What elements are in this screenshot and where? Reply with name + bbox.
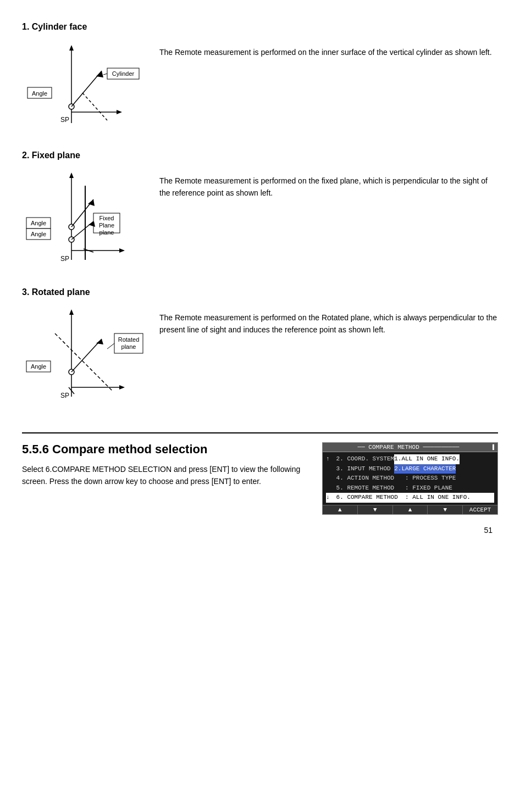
- section-1-content: SP Angle Cylinder The Remote measurement…: [22, 41, 498, 134]
- screen-row-4: 5. REMOTE METHOD : FIXED PLANE: [326, 483, 494, 493]
- footer-btn-down2[interactable]: ▼: [428, 505, 463, 514]
- svg-line-43: [71, 339, 102, 372]
- svg-line-13: [103, 74, 107, 75]
- svg-marker-33: [88, 221, 95, 227]
- screen-row-2-space: [326, 464, 333, 474]
- svg-text:Angle: Angle: [31, 220, 46, 226]
- screen-row-2-highlight: 2.LARGE CHARACTER: [394, 464, 456, 474]
- svg-text:Rotated: Rotated: [118, 336, 140, 343]
- compare-method-title: 5.5.6 Compare method selection: [22, 442, 306, 457]
- screen-row-2-text: 3. INPUT METHOD: [333, 464, 394, 474]
- screen-row-3: 4. ACTION METHOD : PROCESS TYPE: [326, 474, 494, 483]
- footer-btn-up2[interactable]: ▲: [393, 505, 428, 514]
- screen-row-1-arrow: ↑: [326, 454, 333, 464]
- svg-text:Cylinder: Cylinder: [112, 70, 135, 77]
- svg-marker-3: [117, 110, 122, 114]
- screen-header-line-left: ── COMPARE METHOD ──────────: [326, 444, 491, 451]
- section-3-description: The Remote measurement is performed on t…: [159, 306, 498, 336]
- section-2-title: 2. Fixed plane: [22, 151, 498, 160]
- section-1: 1. Cylinder face SP Angle: [22, 22, 498, 134]
- section-2-content: SP Fixed Plane plane Angle Angle: [22, 169, 498, 271]
- cylinder-svg: SP Angle Cylinder: [22, 41, 143, 134]
- screen-row-1-text: 2. COORD. SYSTEM: [333, 454, 394, 464]
- screen-battery-icon: ▐: [491, 444, 494, 451]
- screen-footer: ▲ ▼ ▲ ▼ ACCEPT: [323, 505, 497, 514]
- svg-text:SP: SP: [60, 255, 69, 263]
- section-2-description: The Remote measurement is performed on t…: [159, 169, 498, 199]
- fixed-plane-svg: SP Fixed Plane plane Angle Angle: [22, 169, 148, 271]
- screen-row-1: ↑ 2. COORD. SYSTEM1.ALL IN ONE INFO.: [326, 454, 494, 464]
- rotated-plane-diagram: SP Angle Rotated plane: [22, 306, 143, 410]
- page-number: 51: [22, 526, 498, 535]
- section-2: 2. Fixed plane SP Fixed Plane plane: [22, 151, 498, 271]
- bottom-section: 5.5.6 Compare method selection Select 6.…: [22, 432, 498, 515]
- cylinder-diagram: SP Angle Cylinder: [22, 41, 143, 134]
- screen-row-4-text: 5. REMOTE METHOD : FIXED PLANE: [333, 483, 452, 493]
- screen-row-5-text: 6. COMPARE METHOD : ALL IN ONE INFO.: [333, 493, 471, 503]
- screen-row-5-arrow: ↓: [326, 493, 333, 503]
- svg-line-45: [55, 333, 113, 391]
- screen-row-1-highlight: 1.ALL IN ONE INFO.: [394, 454, 460, 464]
- svg-text:Angle: Angle: [31, 231, 46, 237]
- footer-btn-down[interactable]: ▼: [358, 505, 393, 514]
- rotated-plane-svg: SP Angle Rotated plane: [22, 306, 148, 410]
- svg-text:SP: SP: [60, 116, 69, 124]
- svg-marker-15: [69, 173, 74, 178]
- footer-btn-accept[interactable]: ACCEPT: [463, 505, 497, 514]
- svg-marker-1: [69, 45, 74, 51]
- compare-method-description: Select 6.COMPARE METHOD SELECTION and pr…: [22, 463, 306, 488]
- svg-text:Plane: Plane: [99, 222, 114, 229]
- screen-row-4-space: [326, 483, 333, 493]
- footer-btn-up[interactable]: ▲: [323, 505, 358, 514]
- svg-line-10: [82, 93, 107, 120]
- bottom-text-area: 5.5.6 Compare method selection Select 6.…: [22, 442, 306, 488]
- section-1-title: 1. Cylinder face: [22, 22, 498, 32]
- svg-marker-17: [119, 248, 125, 253]
- screen-row-3-space: [326, 474, 333, 483]
- screen-row-3-text: 4. ACTION METHOD : PROCESS TYPE: [333, 474, 456, 483]
- section-3-title: 3. Rotated plane: [22, 287, 498, 297]
- bottom-section-content: 5.5.6 Compare method selection Select 6.…: [22, 442, 498, 515]
- svg-marker-38: [119, 385, 125, 390]
- svg-marker-36: [69, 309, 74, 315]
- compare-method-screen: ── COMPARE METHOD ────────── ▐ ↑ 2. COOR…: [322, 442, 498, 515]
- svg-text:Fixed: Fixed: [99, 215, 114, 221]
- svg-text:Angle: Angle: [32, 90, 47, 97]
- svg-line-49: [107, 343, 114, 349]
- screen-header: ── COMPARE METHOD ────────── ▐: [323, 443, 497, 452]
- svg-text:plane: plane: [121, 343, 136, 350]
- section-3: 3. Rotated plane SP Angle: [22, 287, 498, 410]
- svg-text:Angle: Angle: [31, 363, 46, 370]
- screen-row-2: 3. INPUT METHOD 2.LARGE CHARACTER: [326, 464, 494, 474]
- screen-row-5: ↓ 6. COMPARE METHOD : ALL IN ONE INFO.: [326, 493, 494, 503]
- svg-text:plane: plane: [99, 229, 114, 236]
- section-3-content: SP Angle Rotated plane Th: [22, 306, 498, 410]
- fixed-plane-diagram: SP Fixed Plane plane Angle Angle: [22, 169, 143, 271]
- section-1-description: The Remote measurement is performed on t…: [159, 41, 498, 58]
- svg-text:SP: SP: [60, 392, 69, 399]
- svg-marker-9: [96, 71, 103, 77]
- screen-body: ↑ 2. COORD. SYSTEM1.ALL IN ONE INFO. 3. …: [323, 452, 497, 505]
